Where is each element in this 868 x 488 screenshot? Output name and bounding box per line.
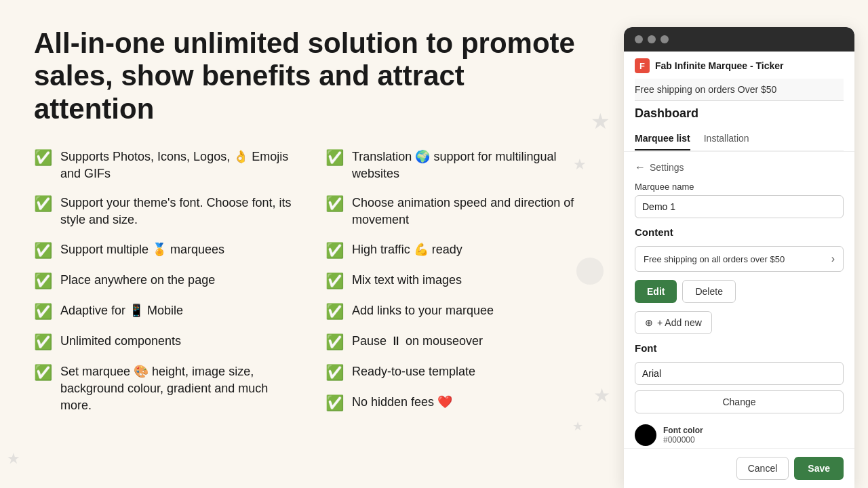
- content-item-text: Free shipping on all orders over $50: [644, 254, 785, 264]
- deco-circle-1: [576, 258, 604, 285]
- check-icon: ✅: [326, 303, 344, 321]
- feature-text: Pause ⏸ on mouseover: [352, 333, 483, 350]
- dashboard-label: Dashboard: [635, 101, 844, 127]
- app-titlebar: [624, 27, 854, 52]
- features-col1: ✅ Supports Photos, Icons, Logos, 👌 Emoji…: [34, 148, 298, 414]
- deco-star-2: ★: [573, 156, 587, 174]
- feature-text: Translation 🌍 support for multilingual w…: [352, 148, 590, 182]
- deco-star-1: ★: [591, 108, 610, 134]
- chevron-right-icon: ›: [831, 253, 835, 265]
- feature-item: ✅ Adaptive for 📱 Mobile: [34, 302, 298, 321]
- app-header: F Fab Infinite Marquee - Ticker Free shi…: [624, 52, 854, 152]
- feature-text: Supports Photos, Icons, Logos, 👌 Emojis …: [60, 148, 298, 182]
- feature-item: ✅ Support your theme's font. Choose font…: [34, 195, 298, 228]
- check-icon: ✅: [34, 303, 52, 321]
- feature-text: No hidden fees ❤️: [352, 394, 452, 411]
- check-icon: ✅: [326, 242, 344, 260]
- font-color-row: Font color #000000: [635, 424, 844, 446]
- deco-star-5: ★: [572, 419, 583, 434]
- features-grid: ✅ Supports Photos, Icons, Logos, 👌 Emoji…: [34, 148, 590, 414]
- check-icon: ✅: [326, 195, 344, 213]
- font-section: Font: [635, 342, 844, 354]
- back-label: Settings: [650, 162, 684, 173]
- feature-text: High traffic 💪 ready: [352, 241, 462, 258]
- check-icon: ✅: [34, 195, 52, 213]
- deco-star-3: ★: [593, 384, 610, 407]
- deco-star-4: ★: [7, 450, 20, 468]
- app-body: ← Settings Marquee name Content Free shi…: [624, 152, 854, 448]
- feature-text: Mix text with images: [352, 272, 462, 289]
- features-col2: ✅ Translation 🌍 support for multilingual…: [326, 148, 590, 414]
- app-panel: F Fab Infinite Marquee - Ticker Free shi…: [624, 27, 854, 488]
- feature-text: Adaptive for 📱 Mobile: [60, 302, 183, 319]
- check-icon: ✅: [34, 272, 52, 290]
- app-logo-title: Fab Infinite Marquee - Ticker: [655, 60, 784, 71]
- check-icon: ✅: [326, 272, 344, 290]
- feature-text: Place anywhere on the page: [60, 272, 215, 289]
- content-item-row[interactable]: Free shipping on all orders over $50 ›: [635, 246, 844, 272]
- back-arrow-icon: ←: [635, 161, 646, 174]
- add-new-button[interactable]: ⊕ + Add new: [635, 311, 712, 334]
- check-icon: ✅: [326, 149, 344, 167]
- main-title: All-in-one unlimited solution to promote…: [34, 27, 590, 125]
- traffic-dot-2: [648, 35, 656, 43]
- check-icon: ✅: [34, 149, 52, 167]
- tabs-row: Marquee list Installation: [635, 127, 844, 151]
- feature-item: ✅ High traffic 💪 ready: [326, 241, 590, 260]
- tab-installation[interactable]: Installation: [704, 127, 749, 150]
- feature-text: Support multiple 🏅 marquees: [60, 241, 224, 258]
- feature-item: ✅ Place anywhere on the page: [34, 272, 298, 290]
- app-logo-icon: F: [635, 58, 650, 73]
- feature-item: ✅ Translation 🌍 support for multilingual…: [326, 148, 590, 182]
- check-icon: ✅: [326, 333, 344, 351]
- app-logo-row: F Fab Infinite Marquee - Ticker: [635, 58, 844, 79]
- check-icon: ✅: [326, 394, 344, 412]
- feature-text: Add links to your marquee: [352, 302, 494, 319]
- feature-item: ✅ Mix text with images: [326, 272, 590, 290]
- font-color-hex: #000000: [663, 435, 703, 445]
- check-icon: ✅: [34, 242, 52, 260]
- edit-button[interactable]: Edit: [635, 280, 677, 303]
- color-info: Font color #000000: [663, 426, 703, 445]
- marquee-name-field: Marquee name: [635, 182, 844, 218]
- feature-item: ✅ Unlimited components: [34, 333, 298, 351]
- content-section-label: Content: [635, 226, 844, 238]
- save-button[interactable]: Save: [794, 457, 844, 480]
- feature-text: Support your theme's font. Choose font, …: [60, 195, 298, 228]
- feature-item: ✅ Supports Photos, Icons, Logos, 👌 Emoji…: [34, 148, 298, 182]
- add-icon: ⊕: [645, 317, 653, 328]
- left-panel: ★ ★ ★ ★ ★ All-in-one unlimited solution …: [0, 0, 624, 488]
- feature-text: Ready-to-use template: [352, 363, 475, 380]
- color-swatch[interactable]: [635, 424, 656, 446]
- delete-button[interactable]: Delete: [682, 280, 735, 303]
- cancel-button[interactable]: Cancel: [736, 457, 789, 480]
- edit-delete-row: Edit Delete: [635, 280, 844, 303]
- feature-item: ✅ No hidden fees ❤️: [326, 394, 590, 412]
- tab-marquee-list[interactable]: Marquee list: [635, 127, 690, 150]
- font-color-label: Font color: [663, 426, 703, 435]
- content-section: Content: [635, 226, 844, 238]
- feature-item: ✅ Pause ⏸ on mouseover: [326, 333, 590, 351]
- marquee-name-label: Marquee name: [635, 182, 844, 192]
- app-logo-letter: F: [639, 61, 645, 71]
- font-field: Change: [635, 362, 844, 413]
- feature-item: ✅ Add links to your marquee: [326, 302, 590, 321]
- font-input[interactable]: [635, 362, 844, 385]
- marquee-ticker: Free shipping on orders Over $50: [635, 79, 844, 101]
- check-icon: ✅: [34, 333, 52, 351]
- feature-text: Unlimited components: [60, 333, 181, 350]
- feature-item: ✅ Ready-to-use template: [326, 363, 590, 382]
- ticker-text: Free shipping on orders Over $50: [635, 84, 776, 95]
- font-section-label: Font: [635, 342, 844, 354]
- add-new-label: + Add new: [657, 317, 702, 328]
- feature-text: Choose animation speed and direction of …: [352, 195, 590, 228]
- traffic-dot-3: [660, 35, 669, 43]
- check-icon: ✅: [34, 364, 52, 382]
- traffic-dot-1: [635, 35, 643, 43]
- back-button[interactable]: ← Settings: [635, 161, 844, 174]
- feature-item: ✅ Set marquee 🎨 height, image size, back…: [34, 363, 298, 415]
- change-font-button[interactable]: Change: [635, 390, 844, 413]
- feature-text: Set marquee 🎨 height, image size, backgr…: [60, 363, 298, 415]
- marquee-name-input[interactable]: [635, 195, 844, 218]
- app-footer: Cancel Save: [624, 448, 854, 488]
